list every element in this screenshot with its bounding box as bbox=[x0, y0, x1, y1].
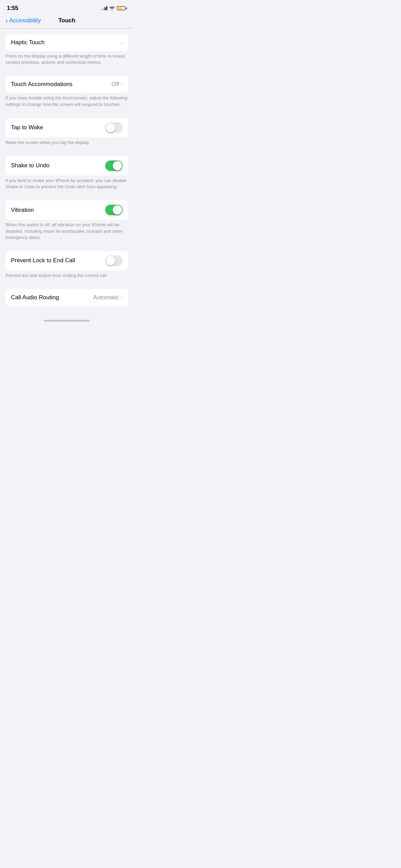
tap-to-wake-toggle-knob bbox=[106, 123, 115, 132]
back-button[interactable]: ‹ Accessibility bbox=[5, 17, 41, 24]
touch-accommodations-chevron-icon: › bbox=[121, 82, 123, 87]
status-icons: ⚡ bbox=[101, 6, 127, 10]
prevent-lock-label: Prevent Lock to End Call bbox=[11, 257, 75, 264]
shake-to-undo-row: Shake to Undo bbox=[5, 156, 128, 176]
signal-icon bbox=[101, 6, 107, 10]
tap-to-wake-label: Tap to Wake bbox=[11, 124, 43, 131]
shake-to-undo-label: Shake to Undo bbox=[11, 162, 49, 169]
home-indicator-bar bbox=[44, 320, 90, 322]
call-audio-routing-value: Automatic bbox=[93, 294, 119, 301]
tap-to-wake-toggle[interactable] bbox=[105, 122, 123, 133]
touch-accommodations-section: Touch Accommodations Off › If you have t… bbox=[0, 76, 134, 112]
status-bar: 1:55 ⚡ bbox=[0, 0, 134, 14]
call-audio-routing-chevron-icon: › bbox=[121, 295, 123, 300]
call-audio-routing-label: Call Audio Routing bbox=[11, 294, 59, 301]
prevent-lock-row: Prevent Lock to End Call bbox=[5, 251, 128, 270]
vibration-description: When this switch is off, all vibration o… bbox=[0, 220, 134, 245]
touch-accommodations-value: Off bbox=[111, 81, 119, 88]
haptic-touch-right: › bbox=[121, 40, 123, 45]
home-indicator bbox=[0, 317, 134, 323]
status-time: 1:55 bbox=[7, 5, 18, 12]
shake-to-undo-section: Shake to Undo If you tend to shake your … bbox=[0, 156, 134, 195]
back-chevron-icon: ‹ bbox=[5, 17, 8, 24]
prevent-lock-description: Prevent the side button from ending the … bbox=[0, 270, 134, 284]
haptic-touch-row[interactable]: Haptic Touch › bbox=[5, 34, 128, 51]
shake-to-undo-toggle[interactable] bbox=[105, 160, 123, 171]
call-audio-routing-right: Automatic › bbox=[93, 294, 123, 301]
haptic-touch-description: Press on the display using a different l… bbox=[0, 51, 134, 70]
tap-to-wake-section: Tap to Wake Wake the screen when you tap… bbox=[0, 118, 134, 150]
nav-bar: ‹ Accessibility Touch bbox=[0, 14, 134, 28]
vibration-label: Vibration bbox=[11, 207, 34, 214]
haptic-touch-section: Haptic Touch › Press on the display usin… bbox=[0, 34, 134, 70]
wifi-icon bbox=[109, 6, 115, 10]
tap-to-wake-description: Wake the screen when you tap the display… bbox=[0, 137, 134, 150]
haptic-touch-chevron-icon: › bbox=[121, 40, 123, 45]
settings-content: Haptic Touch › Press on the display usin… bbox=[0, 28, 134, 317]
vibration-toggle[interactable] bbox=[105, 205, 123, 215]
vibration-toggle-knob bbox=[113, 205, 122, 215]
touch-accommodations-right: Off › bbox=[111, 81, 123, 88]
page-title: Touch bbox=[58, 17, 75, 24]
battery-icon: ⚡ bbox=[117, 6, 127, 10]
prevent-lock-section: Prevent Lock to End Call Prevent the sid… bbox=[0, 251, 134, 284]
vibration-section: Vibration When this switch is off, all v… bbox=[0, 200, 134, 245]
shake-to-undo-toggle-knob bbox=[113, 161, 122, 170]
haptic-touch-label: Haptic Touch bbox=[11, 39, 45, 46]
prevent-lock-toggle-knob bbox=[106, 256, 115, 265]
shake-to-undo-description: If you tend to shake your iPhone by acci… bbox=[0, 176, 134, 195]
touch-accommodations-row[interactable]: Touch Accommodations Off › bbox=[5, 76, 128, 93]
back-label: Accessibility bbox=[9, 17, 41, 24]
tap-to-wake-row: Tap to Wake bbox=[5, 118, 128, 137]
vibration-row: Vibration bbox=[5, 200, 128, 220]
call-audio-routing-row[interactable]: Call Audio Routing Automatic › bbox=[5, 289, 128, 306]
touch-accommodations-description: If you have trouble using the touchscree… bbox=[0, 93, 134, 112]
touch-accommodations-label: Touch Accommodations bbox=[11, 81, 73, 88]
prevent-lock-toggle[interactable] bbox=[105, 255, 123, 266]
call-audio-routing-section: Call Audio Routing Automatic › bbox=[0, 289, 134, 306]
